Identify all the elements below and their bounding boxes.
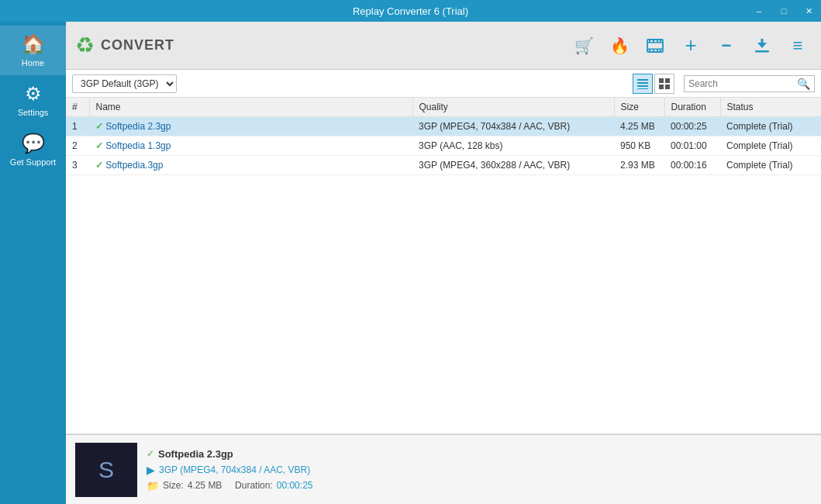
sidebar-label-home: Home bbox=[22, 58, 44, 67]
cell-quality: 3GP (MPEG4, 360x288 / AAC, VBR) bbox=[412, 156, 614, 175]
sidebar-label-support: Get Support bbox=[10, 157, 56, 167]
add-button[interactable]: + bbox=[677, 32, 705, 60]
cell-name: ✓ Softpedia 1.3gp bbox=[89, 136, 412, 156]
logo-text: CONVERT bbox=[101, 37, 174, 54]
preview-meta-row: 📁 Size: 4.25 MB Duration: 00:00:25 bbox=[147, 480, 312, 492]
col-header-num: # bbox=[66, 98, 89, 117]
duration-label: Duration: bbox=[235, 480, 273, 491]
col-header-name: Name bbox=[89, 98, 412, 117]
cell-size: 4.25 MB bbox=[614, 117, 664, 136]
minimize-button[interactable]: – bbox=[747, 0, 771, 22]
preview-size: 4.25 MB bbox=[188, 480, 222, 491]
sidebar-label-settings: Settings bbox=[18, 108, 49, 117]
col-header-size: Size bbox=[614, 98, 664, 117]
maximize-button[interactable]: □ bbox=[771, 0, 796, 22]
size-label: Size: bbox=[163, 480, 184, 491]
menu-button[interactable]: ≡ bbox=[784, 32, 812, 60]
cell-num: 1 bbox=[66, 117, 89, 136]
cell-name: ✓ Softpedia.3gp bbox=[89, 156, 412, 175]
film-button[interactable] bbox=[641, 32, 669, 60]
table-row[interactable]: 3 ✓ Softpedia.3gp 3GP (MPEG4, 360x288 / … bbox=[66, 156, 821, 175]
sidebar-item-settings[interactable]: ⚙ Settings bbox=[0, 75, 66, 125]
sidebar: 🏠 Home ⚙ Settings 💬 Get Support bbox=[0, 22, 66, 504]
cell-num: 3 bbox=[66, 156, 89, 175]
preview-quality: 3GP (MPEG4, 704x384 / AAC, VBR) bbox=[159, 464, 310, 475]
home-icon: 🏠 bbox=[22, 33, 45, 55]
download-icon bbox=[754, 37, 771, 54]
table-header-row: # Name Quality Size Duration Status bbox=[66, 98, 821, 117]
preview-thumbnail: S bbox=[75, 443, 137, 497]
svg-rect-17 bbox=[637, 88, 648, 89]
svg-rect-20 bbox=[659, 85, 664, 89]
table-row[interactable]: 2 ✓ Softpedia 1.3gp 3GP (AAC, 128 kbs) 9… bbox=[66, 136, 821, 156]
search-box: 🔍 bbox=[684, 75, 815, 92]
cart-button[interactable]: 🛒 bbox=[570, 32, 598, 60]
view-toggle-group bbox=[633, 74, 674, 94]
title-bar: Replay Converter 6 (Trial) – □ ✕ bbox=[0, 0, 821, 22]
play-icon: ▶ bbox=[147, 464, 155, 476]
svg-rect-10 bbox=[660, 50, 661, 52]
view-grid-button[interactable] bbox=[654, 74, 674, 94]
preview-title-row: ✓ Softpedia 2.3gp bbox=[147, 448, 312, 460]
list-view-icon bbox=[637, 78, 648, 89]
cell-num: 2 bbox=[66, 136, 89, 156]
col-header-quality: Quality bbox=[412, 98, 614, 117]
grid-view-icon bbox=[659, 78, 670, 89]
col-header-duration: Duration bbox=[664, 98, 720, 117]
svg-rect-2 bbox=[647, 48, 663, 50]
toolbar-actions: 🛒 🔥 bbox=[570, 32, 812, 60]
preview-info: ✓ Softpedia 2.3gp ▶ 3GP (MPEG4, 704x384 … bbox=[147, 448, 312, 492]
svg-rect-9 bbox=[657, 50, 658, 52]
cell-size: 950 KB bbox=[614, 136, 664, 156]
cell-size: 2.93 MB bbox=[614, 156, 664, 175]
svg-rect-1 bbox=[647, 42, 663, 43]
cell-name: ✓ Softpedia 2.3gp bbox=[89, 117, 412, 136]
svg-rect-8 bbox=[653, 50, 654, 52]
format-dropdown[interactable]: 3GP Default (3GP) MP4 AVI MKV WMV bbox=[72, 74, 177, 93]
svg-rect-5 bbox=[657, 40, 658, 42]
table-row[interactable]: 1 ✓ Softpedia 2.3gp 3GP (MPEG4, 704x384 … bbox=[66, 117, 821, 136]
preview-quality-row: ▶ 3GP (MPEG4, 704x384 / AAC, VBR) bbox=[147, 464, 312, 476]
preview-check-icon: ✓ bbox=[147, 448, 154, 459]
row-check-icon: ✓ bbox=[95, 140, 103, 151]
row-filename: Softpedia.3gp bbox=[105, 160, 163, 171]
svg-rect-21 bbox=[665, 85, 670, 89]
svg-rect-7 bbox=[649, 50, 650, 52]
svg-rect-3 bbox=[649, 40, 650, 42]
preview-filename: Softpedia 2.3gp bbox=[158, 448, 233, 460]
view-list-button[interactable] bbox=[633, 74, 653, 94]
thumbnail-icon: S bbox=[91, 454, 122, 485]
cell-status: Complete (Trial) bbox=[720, 136, 821, 156]
svg-text:S: S bbox=[98, 456, 114, 482]
sidebar-item-home[interactable]: 🏠 Home bbox=[0, 26, 66, 75]
file-table-container: # Name Quality Size Duration Status 1 ✓ … bbox=[66, 98, 821, 434]
cart-icon: 🛒 bbox=[574, 36, 594, 55]
cell-duration: 00:00:16 bbox=[664, 156, 720, 175]
svg-rect-14 bbox=[637, 79, 648, 81]
bottom-panel: S ✓ Softpedia 2.3gp ▶ 3GP (MPEG4, 704x38… bbox=[66, 434, 821, 504]
logo: ♻ CONVERT bbox=[75, 33, 174, 58]
sidebar-item-support[interactable]: 💬 Get Support bbox=[0, 125, 66, 174]
format-bar: 3GP Default (3GP) MP4 AVI MKV WMV bbox=[66, 70, 821, 98]
preview-duration: 00:00:25 bbox=[277, 480, 313, 491]
recycle-icon: ♻ bbox=[75, 33, 95, 58]
search-icon[interactable]: 🔍 bbox=[797, 78, 810, 90]
app-body: 🏠 Home ⚙ Settings 💬 Get Support ♻ CONVER… bbox=[0, 22, 821, 504]
close-button[interactable]: ✕ bbox=[796, 0, 821, 22]
download-button[interactable] bbox=[748, 32, 776, 60]
svg-rect-15 bbox=[637, 82, 648, 84]
svg-rect-16 bbox=[637, 85, 648, 87]
fire-icon: 🔥 bbox=[610, 36, 630, 55]
row-check-icon: ✓ bbox=[95, 121, 103, 132]
toolbar: ♻ CONVERT 🛒 🔥 bbox=[66, 22, 821, 70]
cell-status: Complete (Trial) bbox=[720, 156, 821, 175]
cell-duration: 00:01:00 bbox=[664, 136, 720, 156]
file-table: # Name Quality Size Duration Status 1 ✓ … bbox=[66, 98, 821, 175]
cell-status: Complete (Trial) bbox=[720, 117, 821, 136]
svg-rect-13 bbox=[761, 39, 764, 46]
search-input[interactable] bbox=[688, 78, 797, 89]
window-title: Replay Converter 6 (Trial) bbox=[353, 5, 468, 17]
svg-rect-19 bbox=[665, 78, 670, 83]
fire-button[interactable]: 🔥 bbox=[605, 32, 633, 60]
remove-button[interactable]: − bbox=[712, 32, 740, 60]
